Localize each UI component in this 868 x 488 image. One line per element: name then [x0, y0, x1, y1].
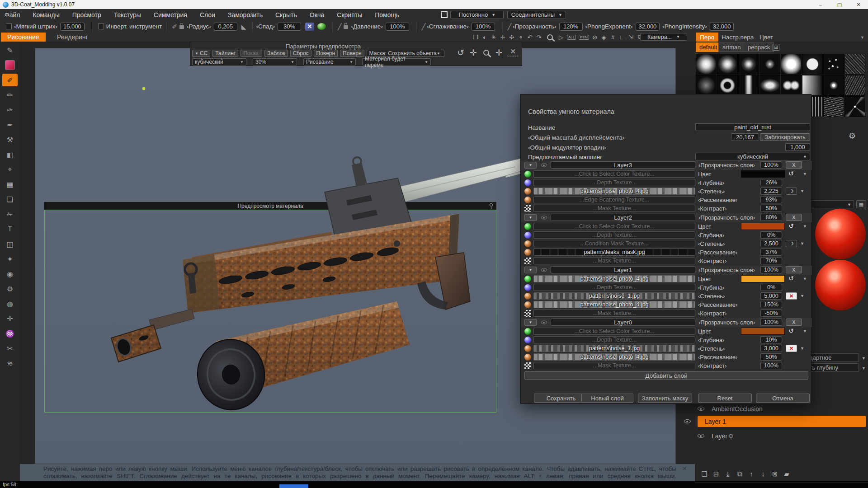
scattering-channel-icon[interactable]	[524, 197, 531, 203]
texture-slot[interactable]: ...Depth Texture...	[533, 179, 695, 186]
chevron-down-icon[interactable]: ▼	[803, 329, 807, 333]
layer-list-item-AmbientOcclusion[interactable]: AmbientOcclusion	[698, 403, 866, 414]
depth-channel-icon[interactable]	[524, 284, 531, 291]
add-layer-button[interactable]: Добавить слой	[524, 371, 808, 380]
texture-slot[interactable]: ...Depth Texture...	[533, 284, 695, 291]
texture-slot[interactable]: patterns\noise_1.jpg	[533, 292, 695, 300]
fill-mask-button[interactable]: Заполнить маску	[638, 394, 692, 403]
ban-icon[interactable]: ⊘	[590, 34, 599, 41]
texture-slot[interactable]: ...Mask Texture...	[533, 257, 695, 264]
cavity-value[interactable]: 1,000	[785, 143, 810, 151]
scattering-channel-icon[interactable]	[524, 301, 531, 308]
material-ball-icon[interactable]	[317, 23, 326, 30]
texture-slot[interactable]: patterns\noise_photo_4.jpg	[533, 353, 695, 361]
preview-params-close[interactable]: ✕ CLOSE	[507, 48, 519, 57]
undo-icon[interactable]: ↺	[788, 275, 794, 282]
disabled-curve-icon[interactable]: ✕	[786, 345, 797, 352]
pen-thumb-dot-tiny[interactable]	[823, 75, 844, 96]
layer-param-value[interactable]: 0%	[760, 231, 782, 239]
smoothing-value[interactable]: 100%	[472, 23, 495, 31]
layer-opacity-value[interactable]: 80%	[760, 214, 782, 221]
color-channel-icon[interactable]	[524, 328, 531, 335]
connective-dropdown[interactable]: Соединительны▼	[507, 11, 566, 19]
fill-tool[interactable]: ◧	[2, 148, 18, 161]
collapse-icon[interactable]: ▼	[524, 214, 537, 221]
eye-icon[interactable]	[684, 419, 691, 423]
texture-slot[interactable]: patterns\noise_photo_4.jpg	[533, 188, 695, 195]
layer-param-value[interactable]: -50%	[760, 310, 782, 317]
layer-name-field[interactable]: Layer1	[551, 266, 695, 273]
menu-item-Просмотр[interactable]: Просмотр	[72, 11, 101, 19]
chevron-down-icon[interactable]: ▼	[800, 241, 804, 246]
pen-thumb-tex-star[interactable]	[844, 96, 865, 117]
moon-curve-icon[interactable]: ☽	[786, 240, 797, 247]
chevron-down-icon[interactable]: ▼	[800, 346, 804, 351]
pen-thumb-ring[interactable]	[717, 75, 738, 96]
lock-displacement-button[interactable]: Заблокировать	[760, 133, 810, 141]
move-icon[interactable]: ✛	[470, 47, 477, 58]
text-tool[interactable]: T	[2, 223, 18, 235]
layer-opacity-value[interactable]: 100%	[760, 161, 782, 169]
mask-channel-icon[interactable]	[524, 205, 531, 212]
move-up-icon[interactable]: ↑	[745, 470, 757, 478]
camera-dropdown[interactable]: Камера...▼	[640, 33, 687, 41]
mask-channel-icon[interactable]	[524, 310, 531, 317]
texture-slot[interactable]: ...Mask Texture...	[533, 205, 695, 212]
layer-param-value[interactable]: 2,500	[760, 240, 782, 247]
preview-param-button-Тайлинг[interactable]: Тайлинг	[212, 50, 238, 57]
texture-slot[interactable]: ...Click to Select Color Texture...	[533, 328, 695, 335]
hand-icon[interactable]: ✣	[507, 34, 516, 41]
layer-param-value[interactable]: 70%	[760, 257, 782, 264]
radius-lock-icon[interactable]	[179, 25, 184, 29]
persist-checkbox[interactable]	[441, 11, 448, 18]
position-tool[interactable]: ✛	[2, 312, 18, 325]
color-swatch[interactable]	[2, 59, 18, 71]
falloff-value[interactable]: 30%	[278, 23, 301, 31]
add-preset-icon[interactable]: ⊞	[773, 44, 779, 51]
eye-icon[interactable]	[541, 268, 547, 272]
undo-icon[interactable]: ↺	[788, 170, 794, 177]
eye-icon[interactable]	[698, 407, 704, 411]
pen-thumb-dot-xl[interactable]	[696, 54, 717, 75]
displacement-value[interactable]: 20,167	[731, 133, 759, 141]
persist-dropdown[interactable]: Постоянно▼	[450, 11, 504, 19]
pattern-tool[interactable]: ▦	[2, 178, 18, 191]
preview-dropdown-0[interactable]: кубический▼	[192, 58, 246, 66]
pen-thumb-dot-m[interactable]	[738, 54, 759, 75]
texture-slot[interactable]: patterns\noise_1.jpg	[533, 345, 695, 352]
delete-layer-icon[interactable]: ⊟	[710, 470, 722, 478]
condition-channel-icon[interactable]	[524, 188, 531, 195]
texture-x-ic[interactable]: ✕	[305, 23, 314, 31]
preview-param-button-Поверн[interactable]: Поверн	[340, 50, 364, 57]
tab-color[interactable]: Цвет	[755, 33, 777, 42]
nib-tool[interactable]: ✒	[2, 118, 18, 131]
texture-slot[interactable]: ...Edge Scattering Texture...	[533, 196, 695, 203]
undo-icon[interactable]: ↺	[788, 327, 794, 334]
pen-preset-tab-artman[interactable]: artman	[718, 42, 745, 52]
layer-param-value[interactable]: 50%	[760, 353, 782, 361]
depth-channel-icon[interactable]	[524, 232, 531, 239]
texture-slot[interactable]: patterns\noise_photo_4.jpg	[533, 301, 695, 308]
axis-icon[interactable]: ∟	[618, 34, 627, 41]
layer-param-value[interactable]: 0%	[760, 284, 782, 291]
menu-item-Команды[interactable]: Команды	[33, 11, 59, 19]
chisel-tool[interactable]: ⚒	[2, 133, 18, 146]
reset-button[interactable]: Reset	[698, 394, 752, 403]
cut-tool[interactable]: ✁	[2, 208, 18, 221]
chevron-down-icon[interactable]: ▼	[803, 277, 807, 281]
pen-thumb-noise2[interactable]	[844, 75, 865, 96]
tab-paint[interactable]: Рисование	[1, 33, 46, 42]
menu-item-Скрипты[interactable]: Скрипты	[337, 11, 362, 19]
copy-tool[interactable]: ❏	[2, 193, 18, 206]
menu-item-Скрыть[interactable]: Скрыть	[275, 11, 297, 19]
new-layer-button[interactable]: Новый слой	[581, 394, 633, 403]
pen-thumb-noise[interactable]	[844, 54, 865, 75]
pen-thumb-dot-l[interactable]	[717, 54, 738, 75]
delete-layer-button[interactable]: X	[786, 161, 802, 169]
chevron-down-icon[interactable]: ▼	[803, 172, 807, 176]
layer-param-value[interactable]: 93%	[760, 196, 782, 203]
layer-name-field[interactable]: Layer0	[551, 319, 695, 326]
mask-channel-icon[interactable]	[524, 362, 531, 369]
layer-opacity-value[interactable]: 100%	[760, 319, 782, 326]
menu-item-Заморозить[interactable]: Заморозить	[228, 11, 263, 19]
